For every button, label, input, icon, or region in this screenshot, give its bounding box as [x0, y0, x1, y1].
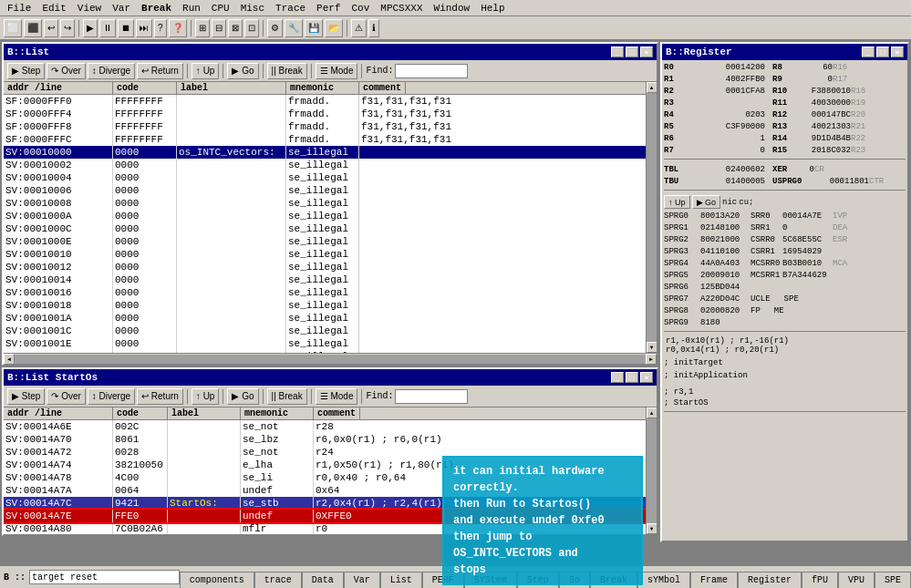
table-row[interactable]: SV:000100020000se_illegal: [4, 159, 646, 171]
table-row[interactable]: SV:000100180000se_illegal: [4, 299, 646, 312]
reg-go-btn[interactable]: ▶ Go: [692, 195, 721, 209]
toolbar-btn-3[interactable]: ↩: [44, 19, 58, 37]
blist-top-go[interactable]: ▶ Go: [227, 63, 258, 79]
blist-bottom-close[interactable]: ×: [640, 372, 653, 383]
blist-top-over[interactable]: ↷ Over: [47, 63, 85, 79]
tab-trace[interactable]: trace: [254, 572, 302, 588]
blist-top-return[interactable]: ↩ Return: [137, 63, 183, 79]
menu-mpcsxxx[interactable]: MPCSXXX: [375, 2, 428, 15]
table-row[interactable]: SV:00014A708061se_lbzr6,0x0(r1) ; r6,0(r…: [4, 433, 646, 446]
hscroll-left-btn[interactable]: ◄: [4, 354, 15, 365]
table-row[interactable]: SV:000100060000se_illegal: [4, 184, 646, 197]
blist-top-diverge[interactable]: ↕ Diverge: [88, 63, 135, 79]
table-row[interactable]: SV:0001000C0000se_illegal: [4, 222, 646, 235]
scroll-track[interactable]: [647, 93, 657, 342]
blist-top-step[interactable]: ▶ Step: [7, 63, 45, 79]
tab-components[interactable]: components: [180, 572, 254, 588]
toolbar-btn-7[interactable]: ⏹: [118, 19, 134, 37]
tab-symbol[interactable]: sYMbol: [637, 572, 690, 588]
blist-bottom-step[interactable]: ▶ Step: [7, 388, 45, 405]
blist-top-body[interactable]: SF:0000FFF0FFFFFFFFfrmadd.f31,f31,f31,f3…: [4, 95, 646, 353]
menu-cpu[interactable]: CPU: [206, 2, 235, 15]
toolbar-btn-20[interactable]: ℹ: [368, 19, 379, 37]
tab-spe[interactable]: SPE: [875, 572, 911, 588]
toolbar-btn-15[interactable]: ⚙: [267, 19, 283, 37]
blist-top-maximize[interactable]: □: [626, 46, 638, 57]
toolbar-btn-14[interactable]: ⊡: [244, 19, 259, 37]
tab-frame[interactable]: Frame: [690, 572, 738, 588]
table-row[interactable]: SF:0000FFF4FFFFFFFFfrmadd.f31,f31,f31,f3…: [4, 108, 646, 120]
menu-window[interactable]: Window: [429, 2, 476, 15]
toolbar-btn-16[interactable]: 🔧: [285, 19, 303, 37]
menu-perf[interactable]: Perf: [311, 2, 346, 15]
blist-bottom-break[interactable]: || Break: [267, 388, 307, 405]
toolbar-btn-1[interactable]: ⬜: [4, 19, 22, 37]
toolbar-btn-2[interactable]: ⬛: [24, 19, 42, 37]
table-row[interactable]: SV:000100120000se_illegal: [4, 261, 646, 273]
blist-bottom-up[interactable]: ↑ Up: [192, 388, 220, 405]
table-row[interactable]: SV:0001000E0000se_illegal: [4, 235, 646, 248]
table-row[interactable]: SV:000100160000se_illegal: [4, 286, 646, 299]
tab-vpu[interactable]: VPU: [838, 572, 875, 588]
menu-cov[interactable]: Cov: [347, 2, 376, 15]
table-row[interactable]: SV:000100040000se_illegal: [4, 171, 646, 184]
menu-file[interactable]: File: [2, 2, 36, 15]
scroll-up-btn[interactable]: ▲: [647, 82, 657, 93]
table-row[interactable]: SV:0001001C0000se_illegal: [4, 325, 646, 337]
table-row[interactable]: SF:0000FFFCFFFFFFFFfrmadd.f31,f31,f31,f3…: [4, 133, 646, 146]
tab-register[interactable]: Register: [738, 572, 802, 588]
table-row[interactable]: SV:000100140000se_illegal: [4, 273, 646, 286]
blist-top-mode[interactable]: ☰ Mode: [316, 63, 358, 79]
blist-top-break[interactable]: || Break: [267, 63, 307, 79]
menu-help[interactable]: Help: [475, 2, 510, 15]
toolbar-btn-6[interactable]: ⏸: [99, 19, 116, 37]
menu-var[interactable]: Var: [107, 2, 136, 15]
table-row[interactable]: SV:0001001A0000se_illegal: [4, 312, 646, 325]
tab-data[interactable]: Data: [302, 572, 344, 588]
reg-close[interactable]: ×: [891, 46, 904, 57]
hscroll-right-btn[interactable]: ►: [646, 354, 657, 365]
blist-bottom-maximize[interactable]: □: [626, 372, 638, 383]
scroll-down-btn-b[interactable]: ▼: [647, 523, 657, 534]
toolbar-btn-9[interactable]: ?: [154, 19, 167, 37]
blist-bottom-go[interactable]: ▶ Go: [227, 388, 258, 405]
blist-bottom-mode[interactable]: ☰ Mode: [316, 388, 358, 405]
menu-break[interactable]: Break: [136, 2, 177, 15]
reg-minimize[interactable]: _: [862, 46, 875, 57]
table-row[interactable]: SV:00014A6E002Cse_notr28: [4, 420, 646, 433]
blist-top-up[interactable]: ↑ Up: [192, 63, 220, 79]
blist-top-hscrollbar[interactable]: ◄ ►: [4, 353, 657, 364]
blist-bottom-return[interactable]: ↩ Return: [137, 388, 183, 405]
toolbar-btn-18[interactable]: 📂: [325, 19, 343, 37]
blist-bottom-minimize[interactable]: _: [611, 372, 624, 383]
table-row[interactable]: SV:0001000A0000se_illegal: [4, 210, 646, 222]
blist-top-scrollbar[interactable]: ▲ ▼: [646, 82, 657, 353]
toolbar-btn-19[interactable]: ⚠: [351, 19, 367, 37]
toolbar-btn-11[interactable]: ⊞: [195, 19, 210, 37]
table-row-selected[interactable]: SV:000100000000os_INTC_vectors:se_illega…: [4, 146, 646, 159]
scroll-down-btn[interactable]: ▼: [647, 342, 657, 353]
blist-top-close[interactable]: ×: [640, 46, 653, 57]
blist-bottom-diverge[interactable]: ↕ Diverge: [88, 388, 135, 405]
blist-top-minimize[interactable]: _: [611, 46, 624, 57]
toolbar-btn-12[interactable]: ⊟: [212, 19, 226, 37]
status-input[interactable]: [29, 570, 180, 584]
tab-fpu[interactable]: fPU: [802, 572, 838, 588]
table-row[interactable]: SV:000100080000se_illegal: [4, 197, 646, 210]
scroll-up-btn-b[interactable]: ▲: [647, 407, 657, 418]
blist-bottom-scrollbar[interactable]: ▲ ▼: [646, 407, 657, 534]
toolbar-btn-8[interactable]: ⏭: [136, 19, 152, 37]
menu-trace[interactable]: Trace: [270, 2, 311, 15]
table-row[interactable]: SV:0001001E0000se_illegal: [4, 337, 646, 350]
toolbar-btn-4[interactable]: ↪: [60, 19, 75, 37]
table-row[interactable]: SV:000100100000se_illegal: [4, 248, 646, 261]
menu-edit[interactable]: Edit: [36, 2, 71, 15]
toolbar-btn-17[interactable]: 💾: [305, 19, 323, 37]
scroll-track-b[interactable]: [647, 418, 657, 523]
tab-list[interactable]: List: [380, 572, 422, 588]
blist-bottom-find-input[interactable]: [395, 389, 468, 404]
menu-misc[interactable]: Misc: [235, 2, 270, 15]
toolbar-btn-10[interactable]: ❓: [169, 19, 187, 37]
menu-view[interactable]: View: [72, 2, 107, 15]
table-row[interactable]: SF:0000FFF0FFFFFFFFfrmadd.f31,f31,f31,f3…: [4, 95, 646, 108]
